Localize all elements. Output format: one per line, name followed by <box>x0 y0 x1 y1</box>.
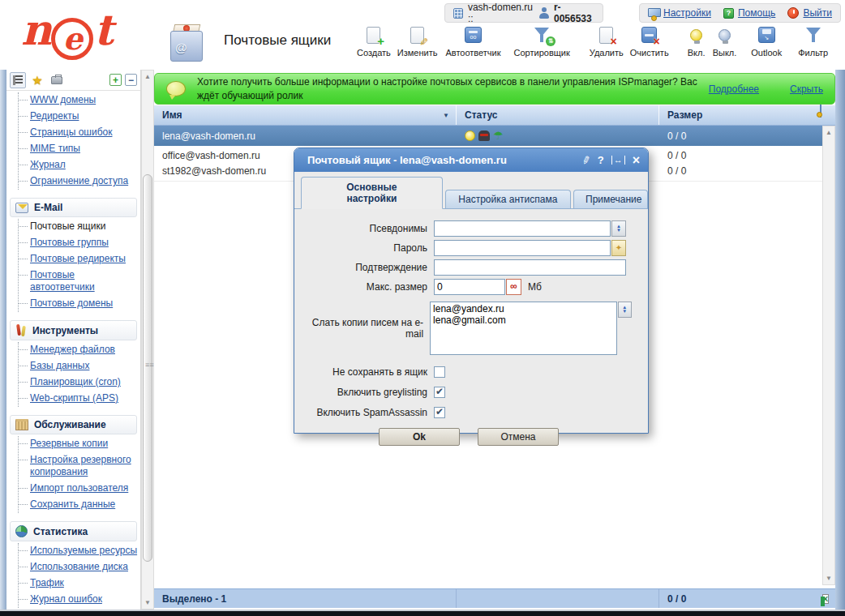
create-button[interactable]: +Создать <box>357 24 391 58</box>
sidebar-item-web-scripts[interactable]: Web-скрипты (APS) <box>30 392 118 404</box>
filter-button[interactable]: Фильтр <box>798 24 828 58</box>
sidebar-item-backups[interactable]: Резервные копии <box>30 438 108 449</box>
list-scrollbar[interactable]: ▲ ▼ <box>822 126 835 585</box>
dialog-titlebar[interactable]: Почтовый ящик - lena@vash-domen.ru ✎ ? ↔… <box>294 148 648 172</box>
column-header-settings[interactable] <box>819 105 835 125</box>
sidebar-item-error-log[interactable]: Журнал ошибок <box>30 593 102 605</box>
scroll-down-arrow[interactable]: ▼ <box>142 597 153 609</box>
column-header-status[interactable]: Статус <box>457 105 659 125</box>
tab-antispam[interactable]: Настройка антиспама <box>445 190 571 208</box>
sidebar-item-www-domains[interactable]: WWW домены <box>30 94 96 105</box>
tab-note[interactable]: Примечание <box>573 190 648 208</box>
banner-more-link[interactable]: Подробнее <box>709 83 759 95</box>
export-excel-button[interactable]: X <box>822 592 829 605</box>
section-email[interactable]: E-Mail <box>10 198 137 217</box>
column-header-size[interactable]: Размер <box>659 105 819 125</box>
sidebar-item-disk-usage[interactable]: Использование диска <box>30 561 128 572</box>
table-row-selected[interactable]: lena@vash-domen.ru ☂ 0 / 0 <box>154 126 822 146</box>
scroll-thumb[interactable]: ≡≡ <box>143 174 152 562</box>
bulb-off-icon <box>718 29 731 41</box>
sidebar-item-save-data[interactable]: Сохранить данные <box>30 498 115 510</box>
section-maintenance[interactable]: Обслуживание <box>10 415 137 434</box>
collapse-all-button[interactable]: − <box>125 74 137 86</box>
sidebar-item-backup-settings[interactable]: Настройка резервного копирования <box>30 454 131 477</box>
confirm-input[interactable] <box>434 259 626 276</box>
sidebar-item-user-import[interactable]: Импорт пользователя <box>30 482 128 494</box>
sidebar-item-redirects[interactable]: Редиректы <box>30 110 79 122</box>
help-link-wrap[interactable]: ?Помощь <box>723 7 775 19</box>
sidebar-item-mailboxes-current[interactable]: Почтовые ящики <box>30 220 105 232</box>
sidebar-item-file-manager[interactable]: Менеджер файлов <box>30 344 115 355</box>
logout-link[interactable]: Выйти <box>803 7 832 19</box>
sidebar-scrollbar[interactable]: ▲ ▼ ≡≡ <box>141 70 154 610</box>
clear-button[interactable]: ×Очистить <box>630 24 669 58</box>
dialog-controls: ✎ ? ↔ × <box>581 154 640 166</box>
enable-button[interactable]: Вкл. <box>685 24 708 58</box>
settings-link-wrap[interactable]: Настройки <box>648 7 711 19</box>
scroll-up-arrow[interactable]: ▲ <box>142 71 153 83</box>
generate-password-button[interactable]: ✦ <box>611 240 626 256</box>
maxsize-input[interactable] <box>434 279 505 295</box>
nosave-checkbox[interactable] <box>434 366 445 378</box>
disable-button[interactable]: Выкл. <box>713 24 737 58</box>
sidebar-item-error-pages[interactable]: Страницы ошибок <box>30 126 112 138</box>
pin-icon[interactable]: ✎ <box>578 154 593 166</box>
outlook-button[interactable]: ↘Outlook <box>751 24 782 58</box>
list-view-button[interactable] <box>10 72 26 88</box>
cancel-button[interactable]: Отмена <box>478 428 559 446</box>
aliases-input[interactable] <box>434 220 611 237</box>
sidebar-item-cron[interactable]: Планировщик (cron) <box>30 376 121 387</box>
sidebar-item-mail-autoresponders[interactable]: Почтовые автоответчики <box>30 269 95 293</box>
aliases-expand-button[interactable]: ▲▼ <box>611 220 626 237</box>
sorter-button[interactable]: ⇅Сортировщик <box>514 24 570 58</box>
settings-link[interactable]: Настройки <box>663 7 711 19</box>
sidebar-item-mail-redirects[interactable]: Почтовые редиректы <box>30 253 126 264</box>
field-row-greylisting: Включить greylisting <box>306 387 632 398</box>
sidebar-item-resources[interactable]: Используемые ресурсы <box>30 545 137 556</box>
sidebar-item-traffic[interactable]: Трафик <box>30 577 64 588</box>
logout-link-wrap[interactable]: Выйти <box>787 7 832 19</box>
resize-icon[interactable]: ↔ <box>611 156 625 165</box>
briefcase-button[interactable] <box>49 72 65 88</box>
dialog-help-icon[interactable]: ? <box>598 154 604 166</box>
window-frame-bottom <box>0 610 845 616</box>
ok-button[interactable]: Ok <box>379 428 460 446</box>
greylisting-checkbox[interactable] <box>434 387 445 398</box>
delete-button[interactable]: ×Удалить <box>590 24 624 58</box>
sidebar-item-mime-types[interactable]: MIME типы <box>30 143 80 154</box>
scroll-up-arrow[interactable]: ▲ <box>823 126 834 139</box>
www-tree: WWW домены Редиректы Страницы ошибок MIM… <box>18 92 140 190</box>
section-tools[interactable]: Инструменты <box>10 320 137 340</box>
copies-expand-button[interactable]: ▲▼ <box>618 302 632 318</box>
unlimited-button[interactable]: ∞ <box>506 279 521 295</box>
help-link[interactable]: Помощь <box>738 7 775 19</box>
section-statistics[interactable]: Статистика <box>10 521 137 541</box>
spamassassin-checkbox[interactable] <box>434 407 445 418</box>
scroll-down-arrow[interactable]: ▼ <box>823 572 834 584</box>
autoresponder-button[interactable]: ooАвтоответчик <box>445 24 500 58</box>
mailbox-size: 0 / 0 <box>659 130 819 142</box>
banner-hide-link[interactable]: Скрыть <box>790 83 823 95</box>
column-header-name[interactable]: Имя▼ <box>154 105 457 125</box>
sidebar-item-databases[interactable]: Базы данных <box>30 360 89 371</box>
at-icon: @ <box>175 41 187 54</box>
maintenance-tree: Резервные копии Настройка резервного коп… <box>18 436 140 513</box>
copies-textarea[interactable]: lena@yandex.ru lena@gmail.com <box>430 302 616 355</box>
sidebar-item-mail-domains[interactable]: Почтовые домены <box>30 297 113 309</box>
sidebar-item-log[interactable]: Журнал <box>30 159 66 170</box>
favorites-button[interactable]: ★ <box>29 72 45 88</box>
column-size-label: Размер <box>667 109 702 121</box>
password-input[interactable] <box>434 240 611 256</box>
edit-button[interactable]: ✎Изменить <box>397 24 438 58</box>
password-label: Пароль <box>306 242 427 254</box>
sort-desc-icon[interactable]: ▼ <box>443 112 449 119</box>
close-icon[interactable]: × <box>633 155 640 166</box>
window-frame-left <box>0 70 6 616</box>
sidebar-item-access-limit[interactable]: Ограничение доступа <box>30 175 128 186</box>
field-row-copies: Слать копии писем на e-mail lena@yandex.… <box>306 302 632 355</box>
sidebar-item-mail-groups[interactable]: Почтовые группы <box>30 237 109 248</box>
window-frame-right <box>835 70 845 616</box>
tab-main-settings[interactable]: Основные настройки <box>301 177 443 209</box>
expand-all-button[interactable]: + <box>109 74 122 86</box>
filter-label: Фильтр <box>798 48 828 58</box>
